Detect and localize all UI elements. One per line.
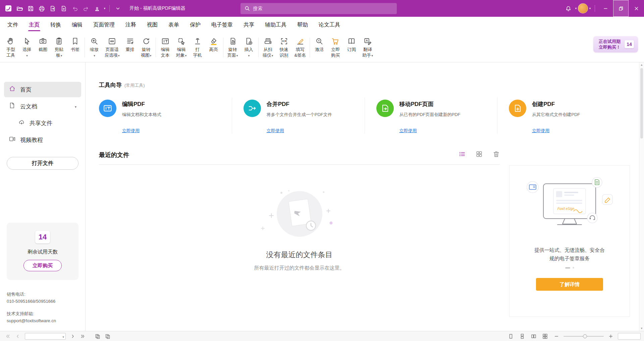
- use-now-link[interactable]: 立即使用: [122, 128, 140, 134]
- ribbon-button-snapshot[interactable]: 截图: [35, 34, 51, 61]
- last-page-icon[interactable]: [78, 333, 87, 340]
- stamp-icon[interactable]: [92, 2, 103, 14]
- ribbon-button-fill-sign[interactable]: 填写&签名: [292, 34, 309, 61]
- ribbon-button-quick-ocr[interactable]: OCR 快速识别: [276, 34, 292, 61]
- sidebar-item-shared-files[interactable]: 共享文件: [4, 115, 81, 131]
- carousel-dot-active[interactable]: [565, 267, 570, 269]
- create-pdf-icon[interactable]: [58, 2, 69, 14]
- chevron-down-icon[interactable]: [574, 7, 578, 10]
- ribbon-button-highlight[interactable]: 高亮: [206, 34, 222, 61]
- tool-card-move-pdf-pages[interactable]: 移动PDF页面 从已有的PDF页面创建新的PDF 立即使用: [365, 98, 497, 134]
- menu-protect[interactable]: 保护: [184, 17, 206, 33]
- use-now-link[interactable]: 立即使用: [267, 128, 284, 134]
- ribbon-button-insert-pages[interactable]: 插入: [241, 34, 257, 61]
- zoom-slider[interactable]: [564, 336, 604, 337]
- scrollbar-thumb[interactable]: [640, 68, 643, 138]
- ribbon-button-bookmark[interactable]: 书签: [67, 34, 83, 61]
- minimize-button[interactable]: [598, 0, 613, 17]
- support-email-address[interactable]: support@foxitsoftware.cn: [7, 317, 78, 324]
- vertical-scrollbar[interactable]: ▲ ▼: [639, 62, 644, 331]
- ribbon-button-buy-now[interactable]: 立即购买: [327, 34, 343, 61]
- tool-card-create-pdf[interactable]: 创建PDF 从其它格式文件创建PDF 立即使用: [497, 98, 630, 134]
- menu-convert[interactable]: 转换: [45, 17, 66, 33]
- ribbon-button-zoom[interactable]: 缩放: [86, 34, 102, 61]
- menu-share[interactable]: 共享: [238, 17, 260, 33]
- ribbon-button-activate[interactable]: 激活: [311, 34, 327, 61]
- restore-button[interactable]: [613, 0, 629, 17]
- snapshot-pages-icon[interactable]: [93, 333, 102, 340]
- carousel-dot[interactable]: [573, 267, 574, 269]
- list-view-icon[interactable]: [459, 151, 466, 159]
- page-number-box[interactable]: [25, 333, 66, 340]
- ribbon-button-subscribe[interactable]: 订阅: [343, 34, 360, 61]
- menu-page-management[interactable]: 页面管理: [88, 17, 120, 33]
- menu-form[interactable]: 表单: [163, 17, 184, 33]
- sidebar-item-home[interactable]: 首页: [4, 82, 81, 97]
- facing-view-icon[interactable]: [529, 333, 538, 340]
- menu-comment[interactable]: 注释: [120, 17, 142, 33]
- close-button[interactable]: [629, 0, 644, 17]
- ribbon-button-edit-object[interactable]: 编辑对象: [173, 34, 190, 61]
- previous-page-icon[interactable]: [13, 333, 22, 340]
- trial-badge[interactable]: 正在试用期 立即购买！ 14: [593, 36, 638, 52]
- tool-card-edit-pdf[interactable]: 编辑PDF 编辑文档和文本格式 立即使用: [99, 98, 232, 134]
- chevron-down-icon[interactable]: [588, 7, 592, 10]
- buy-now-button[interactable]: 立即购买: [23, 260, 62, 271]
- ribbon-button-clipboard[interactable]: 剪贴板: [51, 34, 67, 61]
- scroll-down-icon[interactable]: ▼: [639, 326, 644, 331]
- user-avatar[interactable]: [578, 3, 588, 13]
- use-now-link[interactable]: 立即使用: [532, 128, 549, 134]
- learn-more-button[interactable]: 了解详情: [536, 278, 603, 291]
- ribbon-button-hand-tool[interactable]: 手型工具: [3, 34, 19, 61]
- copy-page-icon[interactable]: [103, 333, 112, 340]
- ribbon-button-rotate-view[interactable]: 旋转视图: [138, 34, 154, 61]
- print-icon[interactable]: [36, 2, 47, 14]
- notifications-bell-icon[interactable]: [563, 2, 574, 14]
- single-page-view-icon[interactable]: [506, 333, 515, 340]
- ribbon-button-translate-assistant[interactable]: A 翻译助手: [360, 34, 376, 61]
- ribbon-button-rotate-pages[interactable]: 旋转页面: [225, 34, 241, 61]
- menu-help[interactable]: 帮助: [292, 17, 313, 33]
- menu-edit[interactable]: 编辑: [66, 17, 88, 33]
- sidebar-item-cloud-docs[interactable]: 云文档: [4, 99, 81, 114]
- save-icon[interactable]: [25, 2, 36, 14]
- menu-accessibility[interactable]: 辅助工具: [260, 17, 292, 33]
- redo-icon[interactable]: [80, 2, 92, 14]
- menu-paper-tools[interactable]: 论文工具: [313, 17, 345, 33]
- use-now-link[interactable]: 立即使用: [399, 128, 417, 134]
- zoom-out-icon[interactable]: [552, 333, 561, 340]
- ribbon-button-reflow[interactable]: 重排: [122, 34, 138, 61]
- facing-continuous-view-icon[interactable]: [541, 333, 549, 340]
- zoom-value-input[interactable]: [618, 333, 641, 340]
- ribbon-button-edit-text[interactable]: 编辑文本: [157, 34, 173, 61]
- export-pdf-icon[interactable]: [47, 2, 58, 14]
- next-page-icon[interactable]: [68, 333, 77, 340]
- trash-icon[interactable]: [493, 151, 500, 159]
- zoom-in-icon[interactable]: [606, 333, 615, 340]
- undo-icon[interactable]: [69, 2, 80, 14]
- grid-view-icon[interactable]: [476, 151, 483, 159]
- carousel-dots[interactable]: [565, 267, 574, 269]
- menu-view[interactable]: 视图: [142, 17, 163, 33]
- open-folder-icon[interactable]: [14, 2, 25, 14]
- ribbon-button-typewriter[interactable]: 打字机: [190, 34, 206, 61]
- sidebar-item-video-tutorials[interactable]: 视频教程: [4, 132, 81, 148]
- ribbon-button-select[interactable]: 选择: [19, 34, 35, 61]
- chevron-down-icon[interactable]: [75, 103, 76, 110]
- chevron-down-icon[interactable]: [62, 333, 64, 339]
- menu-file[interactable]: 文件: [2, 17, 23, 33]
- page-number-input[interactable]: [26, 334, 62, 339]
- search-input[interactable]: [253, 6, 393, 11]
- menu-home[interactable]: 主页: [23, 17, 45, 33]
- tool-card-merge-pdf[interactable]: 合并PDF 将多个文件合并生成一个PDF文件 立即使用: [232, 98, 365, 134]
- ribbon-button-page-fit[interactable]: 页面适应选项: [102, 34, 122, 61]
- first-page-icon[interactable]: [3, 333, 12, 340]
- continuous-view-icon[interactable]: [518, 333, 527, 340]
- scroll-up-icon[interactable]: ▲: [639, 62, 644, 67]
- menu-esign[interactable]: 电子签章: [206, 17, 238, 33]
- open-file-button[interactable]: 打开文件: [7, 157, 78, 170]
- collapse-ribbon-icon[interactable]: [112, 2, 123, 14]
- ribbon-button-from-scanner[interactable]: 从扫描仪: [260, 34, 276, 61]
- zoom-slider-thumb[interactable]: [583, 334, 587, 338]
- chevron-down-icon[interactable]: [103, 7, 107, 10]
